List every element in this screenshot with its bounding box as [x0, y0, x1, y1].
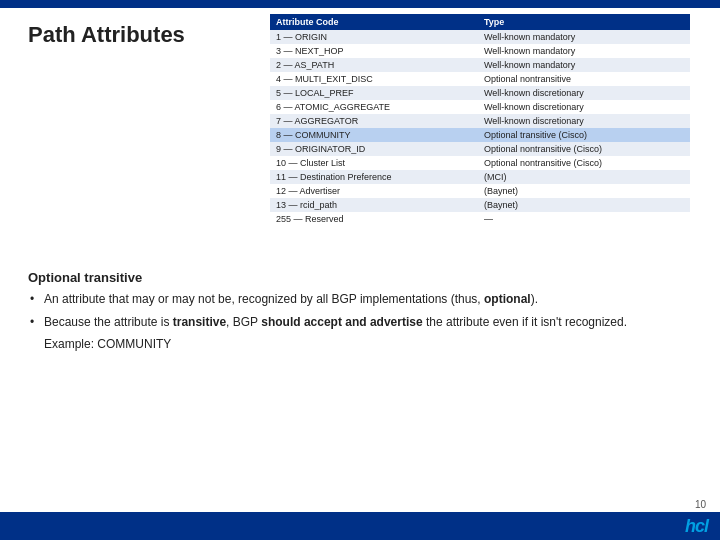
page-number: 10	[695, 499, 706, 510]
table-wrapper: Attribute Code Type 1 — ORIGINWell-known…	[270, 14, 690, 226]
hcl-logo-text: hcl	[685, 516, 708, 537]
cell-type: —	[478, 212, 690, 226]
cell-type: Well-known mandatory	[478, 58, 690, 72]
bullet-2: Because the attribute is transitive, BGP…	[28, 314, 698, 331]
cell-type: (Baynet)	[478, 198, 690, 212]
cell-code: 2 — AS_PATH	[270, 58, 478, 72]
cell-code: 4 — MULTI_EXIT_DISC	[270, 72, 478, 86]
table-row: 2 — AS_PATHWell-known mandatory	[270, 58, 690, 72]
cell-type: Optional transitive (Cisco)	[478, 128, 690, 142]
bullet-list: An attribute that may or may not be, rec…	[28, 291, 698, 331]
cell-code: 7 — AGGREGATOR	[270, 114, 478, 128]
cell-code: 255 — Reserved	[270, 212, 478, 226]
table-row: 13 — rcid_path(Baynet)	[270, 198, 690, 212]
cell-code: 6 — ATOMIC_AGGREGATE	[270, 100, 478, 114]
cell-type: Well-known discretionary	[478, 100, 690, 114]
bottom-bar: hcl	[0, 512, 720, 540]
cell-code: 11 — Destination Preference	[270, 170, 478, 184]
cell-code: 3 — NEXT_HOP	[270, 44, 478, 58]
hcl-logo: hcl	[685, 516, 708, 537]
cell-type: Well-known discretionary	[478, 114, 690, 128]
cell-code: 1 — ORIGIN	[270, 30, 478, 44]
table-row: 5 — LOCAL_PREFWell-known discretionary	[270, 86, 690, 100]
table-row: 9 — ORIGINATOR_IDOptional nontransitive …	[270, 142, 690, 156]
table-row: 6 — ATOMIC_AGGREGATEWell-known discretio…	[270, 100, 690, 114]
table-row: 1 — ORIGINWell-known mandatory	[270, 30, 690, 44]
cell-code: 8 — COMMUNITY	[270, 128, 478, 142]
col-header-code: Attribute Code	[270, 14, 478, 30]
section-heading: Optional transitive	[28, 270, 698, 285]
cell-code: 9 — ORIGINATOR_ID	[270, 142, 478, 156]
table-row: 8 — COMMUNITYOptional transitive (Cisco)	[270, 128, 690, 142]
table-row: 4 — MULTI_EXIT_DISCOptional nontransitiv…	[270, 72, 690, 86]
page-container: Path Attributes Attribute Code Type 1 — …	[0, 0, 720, 540]
table-row: 10 — Cluster ListOptional nontransitive …	[270, 156, 690, 170]
cell-type: Well-known discretionary	[478, 86, 690, 100]
bullet-1-text: An attribute that may or may not be, rec…	[44, 292, 538, 306]
content-area: Optional transitive An attribute that ma…	[28, 270, 698, 351]
page-title: Path Attributes	[28, 22, 185, 48]
table-row: 3 — NEXT_HOPWell-known mandatory	[270, 44, 690, 58]
cell-type: Optional nontransitive (Cisco)	[478, 142, 690, 156]
example-text: Example: COMMUNITY	[28, 337, 698, 351]
table-row: 12 — Advertiser(Baynet)	[270, 184, 690, 198]
cell-type: Optional nontransitive (Cisco)	[478, 156, 690, 170]
table-row: 11 — Destination Preference(MCI)	[270, 170, 690, 184]
col-header-type: Type	[478, 14, 690, 30]
cell-code: 12 — Advertiser	[270, 184, 478, 198]
table-row: 7 — AGGREGATORWell-known discretionary	[270, 114, 690, 128]
attributes-table: Attribute Code Type 1 — ORIGINWell-known…	[270, 14, 690, 226]
bullet-1: An attribute that may or may not be, rec…	[28, 291, 698, 308]
cell-type: Optional nontransitive	[478, 72, 690, 86]
cell-type: Well-known mandatory	[478, 44, 690, 58]
cell-code: 10 — Cluster List	[270, 156, 478, 170]
table-row: 255 — Reserved—	[270, 212, 690, 226]
cell-type: (MCI)	[478, 170, 690, 184]
cell-type: Well-known mandatory	[478, 30, 690, 44]
top-bar	[0, 0, 720, 8]
cell-code: 5 — LOCAL_PREF	[270, 86, 478, 100]
cell-type: (Baynet)	[478, 184, 690, 198]
cell-code: 13 — rcid_path	[270, 198, 478, 212]
bullet-2-text: Because the attribute is transitive, BGP…	[44, 315, 627, 329]
